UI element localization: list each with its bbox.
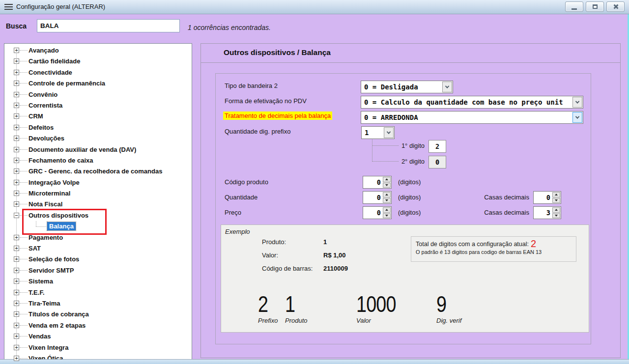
tree-item-pagamento[interactable]: +Pagamento: [4, 232, 192, 243]
tree-item-balanca[interactable]: Balança: [4, 221, 192, 232]
tree-item-label[interactable]: Balança: [47, 222, 76, 230]
expand-icon[interactable]: +: [14, 180, 19, 185]
collapse-icon[interactable]: −: [14, 213, 19, 218]
expand-icon[interactable]: +: [14, 311, 19, 317]
tree-item-grc-gerenc-da-recolhedora-de-comandas[interactable]: +GRC - Gerenc. da recolhedora de comanda…: [4, 166, 192, 177]
tree-item-correntista[interactable]: +Correntista: [4, 100, 192, 111]
quantidade-spinner[interactable]: 0: [363, 191, 392, 204]
tree-item-label[interactable]: Integração Volpe: [29, 179, 80, 186]
expand-icon[interactable]: +: [14, 268, 19, 273]
expand-icon[interactable]: +: [14, 103, 19, 108]
expand-icon[interactable]: +: [14, 345, 19, 350]
search-input[interactable]: [37, 19, 180, 32]
tree-item-label[interactable]: Pagamento: [29, 234, 63, 241]
expand-icon[interactable]: +: [14, 334, 19, 339]
spin-up-button[interactable]: [383, 207, 391, 213]
tree-item-label[interactable]: Controle de permanência: [29, 80, 105, 87]
tree-item-label[interactable]: Nota Fiscal: [29, 200, 62, 208]
expand-icon[interactable]: +: [14, 256, 19, 262]
forma-efetivacao-select[interactable]: 0 = Calculo da quantidade com base no pr…: [361, 96, 583, 109]
tratamento-decimais-select[interactable]: 0 = ARREDONDA: [361, 111, 583, 124]
tree-item-nota-fiscal[interactable]: +Nota Fiscal: [4, 199, 192, 210]
expand-icon[interactable]: +: [14, 70, 19, 75]
tree-item-tira-teima[interactable]: +Tira-Teima: [4, 298, 192, 309]
tree-item-label[interactable]: Sistema: [29, 278, 53, 285]
casas-decimais-preco-spinner[interactable]: 3: [533, 206, 561, 219]
tree-item-sistema[interactable]: +Sistema: [4, 276, 192, 287]
expand-icon[interactable]: +: [14, 191, 19, 196]
chevron-down-icon[interactable]: [442, 82, 452, 92]
tree-item-sat[interactable]: +SAT: [4, 243, 192, 254]
tree-item-label[interactable]: Outros dispositivos: [29, 212, 88, 219]
expand-icon[interactable]: +: [14, 301, 19, 306]
expand-icon[interactable]: +: [14, 290, 19, 295]
chevron-down-icon[interactable]: [572, 97, 582, 108]
spin-down-button[interactable]: [552, 198, 560, 203]
tree-item-vixen-integra[interactable]: +Vixen Integra: [4, 342, 192, 353]
tree-item-label[interactable]: Vendas: [29, 333, 51, 340]
digito-2-input[interactable]: 0: [429, 156, 446, 168]
tree-item-label[interactable]: Tira-Teima: [29, 300, 60, 307]
minimize-button[interactable]: [565, 1, 583, 12]
tree-item-label[interactable]: Servidor SMTP: [29, 267, 74, 274]
chevron-down-icon[interactable]: [384, 127, 394, 138]
spin-up-button[interactable]: [552, 192, 560, 197]
spin-up-button[interactable]: [552, 207, 560, 213]
tree-item-servidor-smtp[interactable]: +Servidor SMTP: [4, 265, 192, 276]
tree-item-label[interactable]: Devoluções: [29, 135, 64, 142]
tree-item-defeitos[interactable]: +Defeitos: [4, 122, 192, 133]
spin-down-button[interactable]: [383, 183, 391, 188]
restore-button[interactable]: [586, 1, 604, 12]
tree-item-label[interactable]: Defeitos: [29, 124, 54, 131]
expand-icon[interactable]: +: [14, 246, 19, 251]
expand-icon[interactable]: +: [14, 113, 19, 119]
tree-item-cartao-fidelidade[interactable]: +Cartão fidelidade: [4, 56, 192, 67]
tree-item-label[interactable]: Convênio: [29, 91, 57, 98]
spin-down-button[interactable]: [383, 213, 391, 219]
tree-item-t-e-f[interactable]: +T.E.F.: [4, 287, 192, 298]
tree-item-devolucoes[interactable]: +Devoluções: [4, 133, 192, 144]
expand-icon[interactable]: +: [14, 323, 19, 328]
tree-item-label[interactable]: Fechamento de caixa: [29, 157, 93, 164]
tree-item-label[interactable]: GRC - Gerenc. da recolhedora de comandas: [29, 168, 162, 175]
expand-icon[interactable]: +: [14, 235, 19, 240]
hamburger-menu-icon[interactable]: [4, 4, 13, 10]
tree-item-label[interactable]: SAT: [29, 245, 41, 252]
tree-item-label[interactable]: Correntista: [29, 102, 62, 109]
tree-item-label[interactable]: Venda em 2 etapas: [29, 322, 86, 329]
expand-icon[interactable]: +: [14, 201, 19, 207]
expand-icon[interactable]: +: [14, 136, 19, 141]
tree-item-label[interactable]: Seleção de fotos: [29, 255, 79, 263]
tree-item-fechamento-de-caixa[interactable]: +Fechamento de caixa: [4, 155, 192, 166]
tree-item-controle-de-permanencia[interactable]: +Controle de permanência: [4, 78, 192, 89]
expand-icon[interactable]: +: [14, 356, 19, 361]
expand-icon[interactable]: +: [14, 58, 19, 64]
tree-item-avancado[interactable]: +Avançado: [4, 45, 192, 56]
expand-icon[interactable]: +: [14, 125, 19, 130]
quantidade-dig-prefixo-select[interactable]: 1: [361, 126, 395, 139]
tree-item-conectividade[interactable]: +Conectividade: [4, 67, 192, 78]
tree-item-outros-dispositivos[interactable]: −Outros dispositivos: [4, 210, 192, 221]
tree-item-label[interactable]: Avançado: [29, 47, 59, 54]
tree-item-label[interactable]: Documento auxiliar de venda (DAV): [29, 146, 136, 153]
expand-icon[interactable]: +: [14, 81, 19, 86]
spin-up-button[interactable]: [383, 192, 391, 197]
close-button[interactable]: [606, 1, 625, 12]
chevron-down-icon[interactable]: [572, 112, 582, 123]
tree-item-microterminal[interactable]: +Microterminal: [4, 188, 192, 199]
tree-item-label[interactable]: Vixen Integra: [29, 344, 68, 351]
casas-decimais-quantidade-spinner[interactable]: 0: [533, 191, 561, 204]
tree-item-label[interactable]: T.E.F.: [29, 289, 45, 296]
spin-down-button[interactable]: [383, 198, 391, 203]
preco-spinner[interactable]: 0: [363, 206, 392, 219]
tree-item-label[interactable]: CRM: [29, 112, 43, 120]
codigo-produto-spinner[interactable]: 0: [363, 176, 392, 189]
tree-item-label[interactable]: Títulos de cobrança: [29, 310, 89, 318]
expand-icon[interactable]: +: [14, 48, 19, 53]
tree-item-label[interactable]: Cartão fidelidade: [29, 57, 80, 65]
tree-item-label[interactable]: Conectividade: [29, 69, 72, 76]
digito-1-input[interactable]: 2: [429, 140, 446, 153]
tree-item-selecao-de-fotos[interactable]: +Seleção de fotos: [4, 254, 192, 265]
expand-icon[interactable]: +: [14, 147, 19, 152]
spin-down-button[interactable]: [552, 213, 560, 219]
